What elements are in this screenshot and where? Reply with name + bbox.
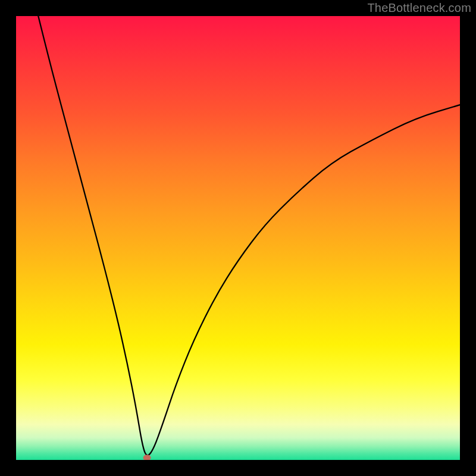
- bottleneck-curve: [38, 16, 460, 455]
- optimal-point-marker: [143, 455, 151, 460]
- watermark-label: TheBottleneck.com: [367, 1, 471, 15]
- plot-area: [16, 16, 460, 460]
- chart-frame: TheBottleneck.com: [0, 0, 476, 476]
- curve-layer: [16, 16, 460, 460]
